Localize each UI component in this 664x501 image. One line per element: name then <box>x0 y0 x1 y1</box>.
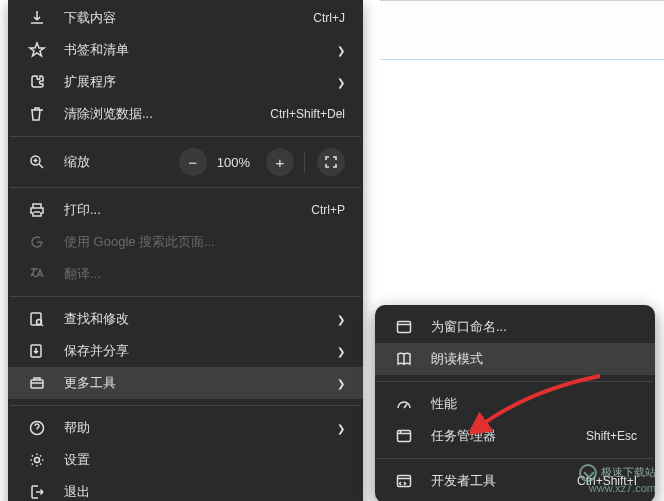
printer-icon <box>28 201 46 219</box>
menu-label: 扩展程序 <box>64 73 329 91</box>
menu-separator <box>10 187 361 188</box>
menu-label: 保存并分享 <box>64 342 329 360</box>
menu-separator <box>10 405 361 406</box>
watermark-logo-icon <box>579 464 597 482</box>
chevron-right-icon: ❯ <box>337 77 345 88</box>
zoom-value: 100% <box>217 155 250 170</box>
menu-separator <box>377 381 653 382</box>
menu-item-help[interactable]: 帮助 ❯ <box>8 412 363 444</box>
menu-item-extensions[interactable]: 扩展程序 ❯ <box>8 66 363 98</box>
svg-rect-8 <box>398 431 411 442</box>
exit-icon <box>28 483 46 501</box>
book-icon <box>395 350 413 368</box>
svg-point-6 <box>35 458 40 463</box>
star-icon <box>28 41 46 59</box>
menu-label: 更多工具 <box>64 374 329 392</box>
menu-item-settings[interactable]: 设置 <box>8 444 363 476</box>
menu-accel: Ctrl+Shift+Del <box>270 107 345 121</box>
submenu-label: 任务管理器 <box>431 427 586 445</box>
chevron-right-icon: ❯ <box>337 346 345 357</box>
menu-label: 帮助 <box>64 419 329 437</box>
menu-item-exit[interactable]: 退出 <box>8 476 363 501</box>
submenu-label: 性能 <box>431 395 637 413</box>
submenu-item-reading-mode[interactable]: 朗读模式 <box>375 343 655 375</box>
menu-item-bookmarks[interactable]: 书签和清单 ❯ <box>8 34 363 66</box>
menu-label: 书签和清单 <box>64 41 329 59</box>
zoom-out-button[interactable]: − <box>179 148 207 176</box>
menu-accel: Ctrl+P <box>311 203 345 217</box>
zoom-divider <box>304 151 305 173</box>
find-icon <box>28 310 46 328</box>
task-manager-icon <box>395 427 413 445</box>
chevron-right-icon: ❯ <box>337 314 345 325</box>
svg-rect-7 <box>398 322 411 333</box>
gear-icon <box>28 451 46 469</box>
chevron-right-icon: ❯ <box>337 378 345 389</box>
svg-rect-4 <box>31 380 43 388</box>
puzzle-icon <box>28 73 46 91</box>
chevron-right-icon: ❯ <box>337 45 345 56</box>
menu-label: 设置 <box>64 451 345 469</box>
save-share-icon <box>28 342 46 360</box>
submenu-label: 为窗口命名... <box>431 318 637 336</box>
menu-separator <box>10 296 361 297</box>
devtools-icon <box>395 472 413 490</box>
menu-label: 打印... <box>64 201 311 219</box>
fullscreen-button[interactable] <box>317 148 345 176</box>
menu-label: 查找和修改 <box>64 310 329 328</box>
submenu-accel: Shift+Esc <box>586 429 637 443</box>
submenu-label: 开发者工具 <box>431 472 577 490</box>
menu-item-downloads[interactable]: 下载内容 Ctrl+J <box>8 2 363 34</box>
menu-label: 退出 <box>64 483 345 501</box>
menu-separator <box>10 136 361 137</box>
magnifier-icon <box>28 153 46 171</box>
menu-label: 使用 Google 搜索此页面... <box>64 233 345 251</box>
chrome-main-menu: 下载内容 Ctrl+J 书签和清单 ❯ 扩展程序 ❯ 清除浏览数据... Ctr… <box>8 0 363 501</box>
help-icon <box>28 419 46 437</box>
menu-item-translate: 翻译... <box>8 258 363 290</box>
menu-item-print[interactable]: 打印... Ctrl+P <box>8 194 363 226</box>
download-icon <box>28 9 46 27</box>
zoom-in-button[interactable]: + <box>266 148 294 176</box>
google-icon <box>28 233 46 251</box>
submenu-item-task-manager[interactable]: 任务管理器 Shift+Esc <box>375 420 655 452</box>
menu-item-find-edit[interactable]: 查找和修改 ❯ <box>8 303 363 335</box>
menu-label: 翻译... <box>64 265 345 283</box>
trash-icon <box>28 105 46 123</box>
menu-item-save-share[interactable]: 保存并分享 ❯ <box>8 335 363 367</box>
svg-point-2 <box>37 320 42 325</box>
submenu-item-name-window[interactable]: 为窗口命名... <box>375 311 655 343</box>
submenu-item-performance[interactable]: 性能 <box>375 388 655 420</box>
menu-label: 清除浏览数据... <box>64 105 270 123</box>
toolbox-icon <box>28 374 46 392</box>
menu-accel: Ctrl+J <box>313 11 345 25</box>
watermark: 极速下载站 www.xz7.com <box>579 464 656 495</box>
window-icon <box>395 318 413 336</box>
menu-separator <box>377 458 653 459</box>
chevron-right-icon: ❯ <box>337 423 345 434</box>
menu-item-google-search: 使用 Google 搜索此页面... <box>8 226 363 258</box>
menu-item-zoom: 缩放 − 100% + <box>8 143 363 181</box>
page-background <box>380 0 664 60</box>
translate-icon <box>28 265 46 283</box>
zoom-label: 缩放 <box>64 153 173 171</box>
gauge-icon <box>395 395 413 413</box>
menu-item-clear-data[interactable]: 清除浏览数据... Ctrl+Shift+Del <box>8 98 363 130</box>
menu-label: 下载内容 <box>64 9 313 27</box>
menu-item-more-tools[interactable]: 更多工具 ❯ <box>8 367 363 399</box>
submenu-label: 朗读模式 <box>431 350 637 368</box>
